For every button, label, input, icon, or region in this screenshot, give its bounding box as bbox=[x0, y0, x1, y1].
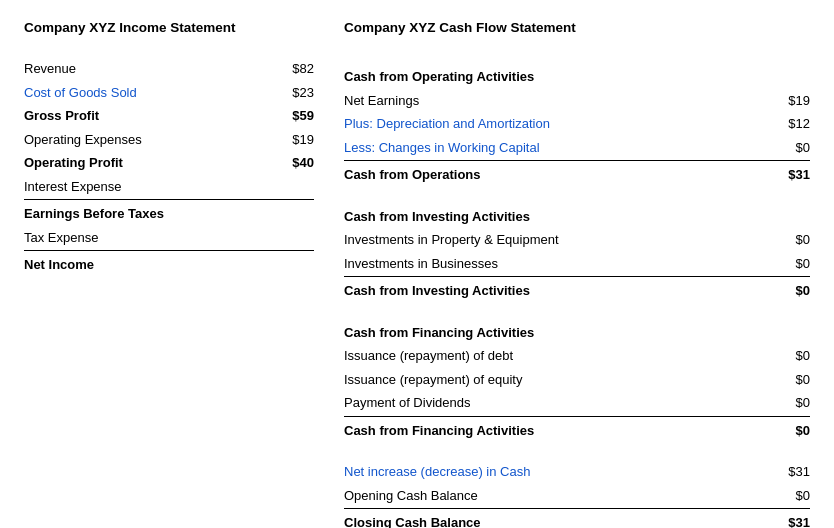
cashflow-label-closing-balance: Closing Cash Balance bbox=[344, 513, 770, 528]
cashflow-value-net-earnings: $19 bbox=[770, 91, 810, 111]
cashflow-value-prop-equip: $0 bbox=[770, 230, 810, 250]
cashflow-label-dividends: Payment of Dividends bbox=[344, 393, 770, 413]
cashflow-label-cash-operations: Cash from Operations bbox=[344, 165, 770, 185]
cashflow-value-net-increase: $31 bbox=[770, 462, 810, 482]
cashflow-label-cash-investing: Cash from Investing Activities bbox=[344, 281, 770, 301]
income-value-cogs: $23 bbox=[274, 83, 314, 103]
cashflow-statement-panel: Company XYZ Cash Flow Statement Cash fro… bbox=[334, 20, 810, 528]
cashflow-section-label-financing: Cash from Financing Activities bbox=[344, 323, 810, 343]
cashflow-value-dividends: $0 bbox=[770, 393, 810, 413]
cashflow-label-net-earnings: Net Earnings bbox=[344, 91, 770, 111]
income-label-op-profit: Operating Profit bbox=[24, 153, 274, 173]
cashflow-section-label-investing: Cash from Investing Activities bbox=[344, 207, 810, 227]
cashflow-value-working-capital: $0 bbox=[770, 138, 810, 158]
income-label-gross-profit: Gross Profit bbox=[24, 106, 274, 126]
cashflow-row-businesses: Investments in Businesses$0 bbox=[344, 252, 810, 278]
income-label-revenue: Revenue bbox=[24, 59, 274, 79]
income-label-tax-exp: Tax Expense bbox=[24, 228, 274, 248]
income-row-tax-exp: Tax Expense bbox=[24, 226, 314, 252]
cashflow-label-depreciation: Plus: Depreciation and Amortization bbox=[344, 114, 770, 134]
cashflow-label-net-increase: Net increase (decrease) in Cash bbox=[344, 462, 770, 482]
cashflow-row-cash-investing: Cash from Investing Activities$0 bbox=[344, 279, 810, 303]
cashflow-row-cash-financing: Cash from Financing Activities$0 bbox=[344, 419, 810, 443]
income-label-net-income: Net Income bbox=[24, 255, 274, 275]
income-label-ebt: Earnings Before Taxes bbox=[24, 204, 274, 224]
cashflow-value-closing-balance: $31 bbox=[770, 513, 810, 528]
cashflow-section-title-operating: Cash from Operating Activities bbox=[344, 65, 810, 89]
income-statement-title: Company XYZ Income Statement bbox=[24, 20, 314, 35]
cashflow-value-businesses: $0 bbox=[770, 254, 810, 274]
income-row-gross-profit: Gross Profit$59 bbox=[24, 104, 314, 128]
cashflow-label-cash-financing: Cash from Financing Activities bbox=[344, 421, 770, 441]
cashflow-value-cash-investing: $0 bbox=[770, 281, 810, 301]
cashflow-label-debt: Issuance (repayment) of debt bbox=[344, 346, 770, 366]
cashflow-value-cash-operations: $31 bbox=[770, 165, 810, 185]
income-value-net-income bbox=[274, 255, 314, 275]
cashflow-row-prop-equip: Investments in Property & Equipment$0 bbox=[344, 228, 810, 252]
cashflow-label-working-capital: Less: Changes in Working Capital bbox=[344, 138, 770, 158]
cashflow-label-businesses: Investments in Businesses bbox=[344, 254, 770, 274]
cashflow-row-closing-balance: Closing Cash Balance$31 bbox=[344, 511, 810, 528]
income-value-op-profit: $40 bbox=[274, 153, 314, 173]
income-row-op-profit: Operating Profit$40 bbox=[24, 151, 314, 175]
cashflow-value-depreciation: $12 bbox=[770, 114, 810, 134]
income-value-gross-profit: $59 bbox=[274, 106, 314, 126]
cashflow-row-debt: Issuance (repayment) of debt$0 bbox=[344, 344, 810, 368]
cashflow-label-equity: Issuance (repayment) of equity bbox=[344, 370, 770, 390]
cashflow-value-opening-balance: $0 bbox=[770, 486, 810, 506]
income-row-interest-exp: Interest Expense bbox=[24, 175, 314, 201]
cashflow-row-opening-balance: Opening Cash Balance$0 bbox=[344, 484, 810, 510]
cashflow-value-cash-financing: $0 bbox=[770, 421, 810, 441]
income-value-op-exp: $19 bbox=[274, 130, 314, 150]
income-row-revenue: Revenue$82 bbox=[24, 57, 314, 81]
cashflow-section-title-financing: Cash from Financing Activities bbox=[344, 321, 810, 345]
income-rows: Revenue$82Cost of Goods Sold$23Gross Pro… bbox=[24, 57, 314, 277]
cashflow-value-debt: $0 bbox=[770, 346, 810, 366]
cashflow-section-title-investing: Cash from Investing Activities bbox=[344, 205, 810, 229]
income-row-ebt: Earnings Before Taxes bbox=[24, 202, 314, 226]
income-value-ebt bbox=[274, 204, 314, 224]
income-row-cogs: Cost of Goods Sold$23 bbox=[24, 81, 314, 105]
cashflow-sections: Cash from Operating ActivitiesNet Earnin… bbox=[344, 47, 810, 528]
cashflow-row-working-capital: Less: Changes in Working Capital$0 bbox=[344, 136, 810, 162]
income-row-net-income: Net Income bbox=[24, 253, 314, 277]
income-label-cogs: Cost of Goods Sold bbox=[24, 83, 274, 103]
income-label-op-exp: Operating Expenses bbox=[24, 130, 274, 150]
income-row-op-exp: Operating Expenses$19 bbox=[24, 128, 314, 152]
cashflow-row-dividends: Payment of Dividends$0 bbox=[344, 391, 810, 417]
cashflow-row-depreciation: Plus: Depreciation and Amortization$12 bbox=[344, 112, 810, 136]
cashflow-section-label-operating: Cash from Operating Activities bbox=[344, 67, 810, 87]
cashflow-label-opening-balance: Opening Cash Balance bbox=[344, 486, 770, 506]
income-value-revenue: $82 bbox=[274, 59, 314, 79]
income-value-interest-exp bbox=[274, 177, 314, 197]
cashflow-row-net-earnings: Net Earnings$19 bbox=[344, 89, 810, 113]
cashflow-label-prop-equip: Investments in Property & Equipment bbox=[344, 230, 770, 250]
cashflow-row-net-increase: Net increase (decrease) in Cash$31 bbox=[344, 460, 810, 484]
main-container: Company XYZ Income Statement Revenue$82C… bbox=[24, 20, 810, 528]
income-statement-panel: Company XYZ Income Statement Revenue$82C… bbox=[24, 20, 334, 528]
cashflow-row-cash-operations: Cash from Operations$31 bbox=[344, 163, 810, 187]
cashflow-statement-title: Company XYZ Cash Flow Statement bbox=[344, 20, 810, 35]
income-label-interest-exp: Interest Expense bbox=[24, 177, 274, 197]
income-value-tax-exp bbox=[274, 228, 314, 248]
cashflow-row-equity: Issuance (repayment) of equity$0 bbox=[344, 368, 810, 392]
cashflow-value-equity: $0 bbox=[770, 370, 810, 390]
